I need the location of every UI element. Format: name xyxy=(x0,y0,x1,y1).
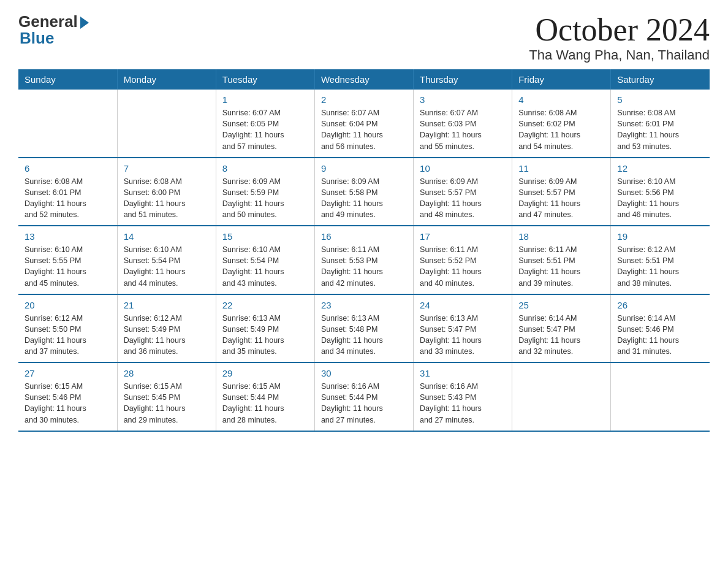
day-number: 18 xyxy=(518,231,604,242)
day-info: Sunrise: 6:11 AMSunset: 5:53 PMDaylight:… xyxy=(321,244,407,289)
day-info: Sunrise: 6:08 AMSunset: 6:01 PMDaylight:… xyxy=(617,107,703,152)
calendar-cell: 7Sunrise: 6:08 AMSunset: 6:00 PMDaylight… xyxy=(117,158,216,226)
calendar-cell: 20Sunrise: 6:12 AMSunset: 5:50 PMDayligh… xyxy=(18,294,117,363)
day-number: 4 xyxy=(518,94,604,105)
calendar-cell: 19Sunrise: 6:12 AMSunset: 5:51 PMDayligh… xyxy=(611,226,710,294)
day-number: 16 xyxy=(321,231,407,242)
title-area: October 2024 Tha Wang Pha, Nan, Thailand xyxy=(529,12,710,63)
header-tuesday: Tuesday xyxy=(216,69,314,90)
week-row-3: 13Sunrise: 6:10 AMSunset: 5:55 PMDayligh… xyxy=(18,226,710,294)
header-wednesday: Wednesday xyxy=(314,69,413,90)
page-header: General Blue October 2024 Tha Wang Pha, … xyxy=(18,12,710,63)
header-friday: Friday xyxy=(512,69,611,90)
day-info: Sunrise: 6:16 AMSunset: 5:43 PMDaylight:… xyxy=(420,381,506,426)
day-info: Sunrise: 6:10 AMSunset: 5:56 PMDaylight:… xyxy=(617,176,703,221)
day-number: 3 xyxy=(420,94,506,105)
day-number: 17 xyxy=(420,231,506,242)
day-info: Sunrise: 6:16 AMSunset: 5:44 PMDaylight:… xyxy=(321,381,407,426)
day-number: 22 xyxy=(222,300,308,310)
week-row-4: 20Sunrise: 6:12 AMSunset: 5:50 PMDayligh… xyxy=(18,294,710,363)
location-subtitle: Tha Wang Pha, Nan, Thailand xyxy=(529,47,710,63)
calendar-cell: 24Sunrise: 6:13 AMSunset: 5:47 PMDayligh… xyxy=(414,294,512,363)
day-info: Sunrise: 6:11 AMSunset: 5:51 PMDaylight:… xyxy=(518,244,604,289)
calendar-cell: 27Sunrise: 6:15 AMSunset: 5:46 PMDayligh… xyxy=(18,362,117,431)
day-info: Sunrise: 6:10 AMSunset: 5:54 PMDaylight:… xyxy=(124,244,210,289)
day-number: 29 xyxy=(222,368,308,378)
calendar-cell: 22Sunrise: 6:13 AMSunset: 5:49 PMDayligh… xyxy=(216,294,314,363)
day-info: Sunrise: 6:14 AMSunset: 5:46 PMDaylight:… xyxy=(617,313,703,358)
calendar-cell: 17Sunrise: 6:11 AMSunset: 5:52 PMDayligh… xyxy=(414,226,512,294)
calendar-cell: 4Sunrise: 6:08 AMSunset: 6:02 PMDaylight… xyxy=(512,90,611,158)
calendar-cell: 1Sunrise: 6:07 AMSunset: 6:05 PMDaylight… xyxy=(216,90,314,158)
calendar-table: SundayMondayTuesdayWednesdayThursdayFrid… xyxy=(18,69,710,432)
day-info: Sunrise: 6:07 AMSunset: 6:03 PMDaylight:… xyxy=(420,107,506,152)
day-number: 20 xyxy=(25,300,111,310)
day-number: 12 xyxy=(617,163,703,174)
calendar-cell: 10Sunrise: 6:09 AMSunset: 5:57 PMDayligh… xyxy=(414,158,512,226)
day-number: 14 xyxy=(124,231,210,242)
calendar-cell xyxy=(18,90,117,158)
header-thursday: Thursday xyxy=(414,69,512,90)
day-info: Sunrise: 6:09 AMSunset: 5:57 PMDaylight:… xyxy=(518,176,604,221)
calendar-cell: 15Sunrise: 6:10 AMSunset: 5:54 PMDayligh… xyxy=(216,226,314,294)
day-info: Sunrise: 6:09 AMSunset: 5:57 PMDaylight:… xyxy=(420,176,506,221)
day-number: 25 xyxy=(518,300,604,310)
day-info: Sunrise: 6:07 AMSunset: 6:05 PMDaylight:… xyxy=(222,107,308,152)
calendar-cell: 9Sunrise: 6:09 AMSunset: 5:58 PMDaylight… xyxy=(314,158,413,226)
day-info: Sunrise: 6:11 AMSunset: 5:52 PMDaylight:… xyxy=(420,244,506,289)
day-info: Sunrise: 6:14 AMSunset: 5:47 PMDaylight:… xyxy=(518,313,604,358)
calendar-cell: 26Sunrise: 6:14 AMSunset: 5:46 PMDayligh… xyxy=(611,294,710,363)
day-number: 28 xyxy=(124,368,210,378)
week-row-2: 6Sunrise: 6:08 AMSunset: 6:01 PMDaylight… xyxy=(18,158,710,226)
calendar-body: 1Sunrise: 6:07 AMSunset: 6:05 PMDaylight… xyxy=(18,90,710,431)
day-number: 19 xyxy=(617,231,703,242)
day-info: Sunrise: 6:09 AMSunset: 5:58 PMDaylight:… xyxy=(321,176,407,221)
calendar-cell: 23Sunrise: 6:13 AMSunset: 5:48 PMDayligh… xyxy=(314,294,413,363)
day-info: Sunrise: 6:08 AMSunset: 6:00 PMDaylight:… xyxy=(124,176,210,221)
calendar-cell: 12Sunrise: 6:10 AMSunset: 5:56 PMDayligh… xyxy=(611,158,710,226)
day-info: Sunrise: 6:15 AMSunset: 5:44 PMDaylight:… xyxy=(222,381,308,426)
day-info: Sunrise: 6:12 AMSunset: 5:49 PMDaylight:… xyxy=(124,313,210,358)
calendar-cell: 28Sunrise: 6:15 AMSunset: 5:45 PMDayligh… xyxy=(117,362,216,431)
calendar-cell: 6Sunrise: 6:08 AMSunset: 6:01 PMDaylight… xyxy=(18,158,117,226)
calendar-cell: 30Sunrise: 6:16 AMSunset: 5:44 PMDayligh… xyxy=(314,362,413,431)
logo-blue-text: Blue xyxy=(18,29,54,48)
day-info: Sunrise: 6:08 AMSunset: 6:01 PMDaylight:… xyxy=(25,176,111,221)
day-number: 31 xyxy=(420,368,506,378)
day-info: Sunrise: 6:10 AMSunset: 5:54 PMDaylight:… xyxy=(222,244,308,289)
header-monday: Monday xyxy=(117,69,216,90)
day-info: Sunrise: 6:13 AMSunset: 5:49 PMDaylight:… xyxy=(222,313,308,358)
week-row-1: 1Sunrise: 6:07 AMSunset: 6:05 PMDaylight… xyxy=(18,90,710,158)
day-info: Sunrise: 6:15 AMSunset: 5:45 PMDaylight:… xyxy=(124,381,210,426)
logo-arrow-icon xyxy=(80,17,89,29)
day-number: 5 xyxy=(617,94,703,105)
calendar-cell xyxy=(611,362,710,431)
day-number: 26 xyxy=(617,300,703,310)
week-row-5: 27Sunrise: 6:15 AMSunset: 5:46 PMDayligh… xyxy=(18,362,710,431)
day-info: Sunrise: 6:15 AMSunset: 5:46 PMDaylight:… xyxy=(25,381,111,426)
day-number: 24 xyxy=(420,300,506,310)
calendar-cell: 25Sunrise: 6:14 AMSunset: 5:47 PMDayligh… xyxy=(512,294,611,363)
calendar-cell: 29Sunrise: 6:15 AMSunset: 5:44 PMDayligh… xyxy=(216,362,314,431)
day-number: 2 xyxy=(321,94,407,105)
day-number: 23 xyxy=(321,300,407,310)
header-row: SundayMondayTuesdayWednesdayThursdayFrid… xyxy=(18,69,710,90)
calendar-cell: 13Sunrise: 6:10 AMSunset: 5:55 PMDayligh… xyxy=(18,226,117,294)
calendar-cell: 2Sunrise: 6:07 AMSunset: 6:04 PMDaylight… xyxy=(314,90,413,158)
day-number: 10 xyxy=(420,163,506,174)
day-number: 11 xyxy=(518,163,604,174)
calendar-cell xyxy=(512,362,611,431)
day-number: 30 xyxy=(321,368,407,378)
day-info: Sunrise: 6:12 AMSunset: 5:50 PMDaylight:… xyxy=(25,313,111,358)
day-number: 13 xyxy=(25,231,111,242)
day-info: Sunrise: 6:07 AMSunset: 6:04 PMDaylight:… xyxy=(321,107,407,152)
month-title: October 2024 xyxy=(529,12,710,47)
calendar-cell: 21Sunrise: 6:12 AMSunset: 5:49 PMDayligh… xyxy=(117,294,216,363)
day-info: Sunrise: 6:08 AMSunset: 6:02 PMDaylight:… xyxy=(518,107,604,152)
calendar-cell: 18Sunrise: 6:11 AMSunset: 5:51 PMDayligh… xyxy=(512,226,611,294)
day-number: 7 xyxy=(124,163,210,174)
calendar-cell: 14Sunrise: 6:10 AMSunset: 5:54 PMDayligh… xyxy=(117,226,216,294)
calendar-cell xyxy=(117,90,216,158)
header-saturday: Saturday xyxy=(611,69,710,90)
day-number: 8 xyxy=(222,163,308,174)
